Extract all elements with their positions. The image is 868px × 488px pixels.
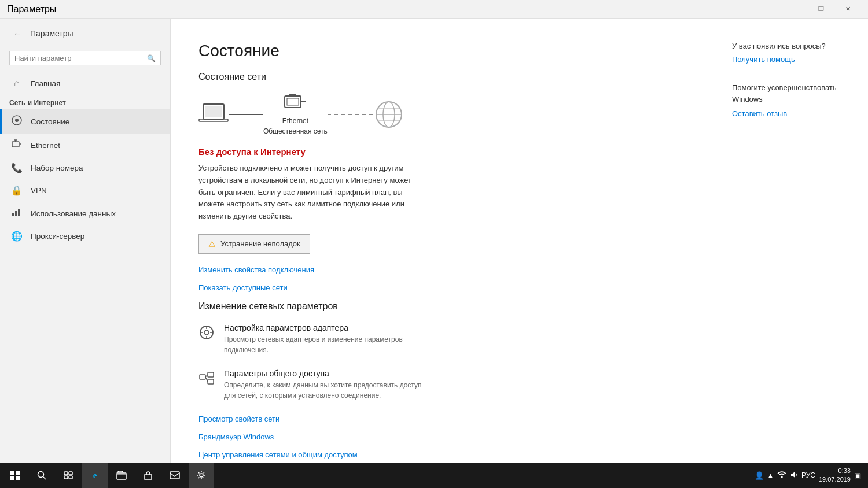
sidebar-item-dialup-label: Набор номера xyxy=(31,164,83,172)
sidebar-item-ethernet[interactable]: Ethernet xyxy=(0,134,170,157)
svg-rect-29 xyxy=(208,372,214,377)
vpn-icon: 🔒 xyxy=(11,185,23,196)
sharing-desc: Определите, к каким данным вы хотите пре… xyxy=(224,380,432,401)
minimize-button[interactable]: — xyxy=(781,0,808,19)
search-input[interactable] xyxy=(14,54,144,62)
sidebar-section-label: Сеть и Интернет xyxy=(0,94,170,109)
svg-rect-42 xyxy=(69,476,72,479)
svg-point-47 xyxy=(781,476,783,478)
tray-person-icon: 👤 xyxy=(755,471,764,480)
network-diagram: Ethernet Общественная сеть xyxy=(198,94,690,135)
adapter-desc: Просмотр сетевых адаптеров и изменение п… xyxy=(224,334,432,355)
svg-point-23 xyxy=(204,330,209,335)
svg-rect-36 xyxy=(16,476,20,480)
clock-time: 0:33 xyxy=(819,467,851,475)
start-button[interactable] xyxy=(2,463,28,488)
svg-rect-45 xyxy=(170,472,179,479)
sharing-text: Параметры общего доступа Определите, к к… xyxy=(224,369,432,401)
page-title: Состояние xyxy=(198,42,690,60)
laptop-device xyxy=(198,102,229,127)
search-button[interactable] xyxy=(29,463,54,488)
sharing-icon xyxy=(198,370,215,389)
explorer-button[interactable] xyxy=(109,463,134,488)
troubleshoot-button[interactable]: ⚠ Устранение неполадок xyxy=(198,234,310,254)
task-view-button[interactable] xyxy=(56,463,81,488)
svg-rect-30 xyxy=(208,379,214,384)
sharing-settings-item[interactable]: Параметры общего доступа Определите, к к… xyxy=(198,369,690,401)
get-help-link[interactable]: Получить помощь xyxy=(732,55,854,64)
sidebar-item-vpn-label: VPN xyxy=(31,186,47,195)
svg-rect-2 xyxy=(12,142,19,147)
sidebar-item-home-label: Главная xyxy=(31,79,60,88)
language-indicator: РУС xyxy=(801,471,815,479)
app-body: ← Параметры 🔍 ⌂ Главная Сеть и Интернет … xyxy=(0,19,868,463)
sidebar-search-container[interactable]: 🔍 xyxy=(9,51,161,65)
svg-rect-6 xyxy=(12,213,14,216)
titlebar-left: Параметры xyxy=(7,4,56,14)
taskbar-right: 👤 ▲ РУС 0:33 19.07.2019 ▣ xyxy=(750,467,866,485)
sidebar-item-ethernet-label: Ethernet xyxy=(31,141,60,150)
change-properties-link[interactable]: Изменить свойства подключения xyxy=(198,265,690,274)
notifications-icon[interactable]: ▣ xyxy=(854,471,861,480)
ethernet-device: Ethernet Общественная сеть xyxy=(263,94,328,135)
adapter-settings-item[interactable]: Настройка параметров адаптера Просмотр с… xyxy=(198,323,690,355)
troubleshoot-label: Устранение неполадок xyxy=(220,239,300,248)
titlebar: Параметры — ❐ ✕ xyxy=(0,0,868,19)
no-internet-desc: Устройство подключено и может получить д… xyxy=(198,162,418,223)
svg-rect-8 xyxy=(18,209,20,216)
sidebar: ← Параметры 🔍 ⌂ Главная Сеть и Интернет … xyxy=(0,19,171,463)
net-line-dashed xyxy=(328,114,374,115)
svg-line-32 xyxy=(205,377,208,382)
ethernet-label: Ethernet xyxy=(263,117,328,125)
sidebar-item-data-usage[interactable]: Использование данных xyxy=(0,202,170,225)
svg-rect-7 xyxy=(15,211,17,216)
tray-volume-icon xyxy=(790,471,798,480)
sidebar-item-status[interactable]: Состояние xyxy=(0,109,170,134)
svg-point-1 xyxy=(15,119,19,122)
feedback-link[interactable]: Оставить отзыв xyxy=(732,109,854,118)
search-icon: 🔍 xyxy=(147,54,156,62)
dialup-icon: 📞 xyxy=(11,162,23,173)
right-panel-improve: Помогите усовершенствовать Windows xyxy=(732,82,854,105)
svg-rect-34 xyxy=(16,471,20,475)
mail-button[interactable] xyxy=(162,463,187,488)
main-content: Состояние Состояние сети xyxy=(171,19,718,463)
settings-taskbar-button[interactable] xyxy=(189,463,214,488)
sidebar-item-data-usage-label: Использование данных xyxy=(31,209,116,218)
sharing-title: Параметры общего доступа xyxy=(224,369,432,378)
edge-button[interactable]: e xyxy=(82,463,108,488)
svg-rect-10 xyxy=(205,106,222,117)
sidebar-item-dialup[interactable]: 📞 Набор номера xyxy=(0,157,170,179)
restore-button[interactable]: ❐ xyxy=(808,0,834,19)
home-icon: ⌂ xyxy=(11,78,23,88)
right-panel: У вас появились вопросы? Получить помощь… xyxy=(718,19,868,463)
store-button[interactable] xyxy=(135,463,161,488)
titlebar-controls: — ❐ ✕ xyxy=(781,0,861,19)
svg-line-38 xyxy=(43,477,46,480)
close-button[interactable]: ✕ xyxy=(834,0,861,19)
show-networks-link[interactable]: Показать доступные сети xyxy=(198,283,690,292)
svg-rect-40 xyxy=(69,472,72,475)
change-settings-title: Изменение сетевых параметров xyxy=(198,301,690,312)
adapter-icon xyxy=(198,324,215,343)
network-properties-link[interactable]: Просмотр свойств сети xyxy=(198,415,690,423)
adapter-text: Настройка параметров адаптера Просмотр с… xyxy=(224,323,432,355)
svg-rect-28 xyxy=(200,375,205,379)
network-status-title: Состояние сети xyxy=(198,72,690,82)
svg-rect-39 xyxy=(64,472,68,475)
firewall-link[interactable]: Брандмауэр Windows xyxy=(198,432,690,441)
globe-device xyxy=(374,99,404,130)
svg-rect-11 xyxy=(199,119,228,121)
tray-network-icon xyxy=(777,470,786,481)
sidebar-item-home[interactable]: ⌂ Главная xyxy=(0,72,170,94)
network-center-link[interactable]: Центр управления сетями и общим доступом xyxy=(198,450,690,459)
net-line-solid xyxy=(229,114,263,115)
sidebar-item-vpn[interactable]: 🔒 VPN xyxy=(0,179,170,202)
svg-rect-41 xyxy=(64,476,68,479)
svg-rect-13 xyxy=(287,98,299,105)
svg-rect-35 xyxy=(10,476,14,480)
sidebar-item-proxy-label: Прокси-сервер xyxy=(31,232,84,241)
taskbar: e 👤 ▲ xyxy=(0,463,868,488)
sidebar-item-proxy[interactable]: 🌐 Прокси-сервер xyxy=(0,225,170,247)
back-button[interactable]: ← xyxy=(9,25,25,42)
